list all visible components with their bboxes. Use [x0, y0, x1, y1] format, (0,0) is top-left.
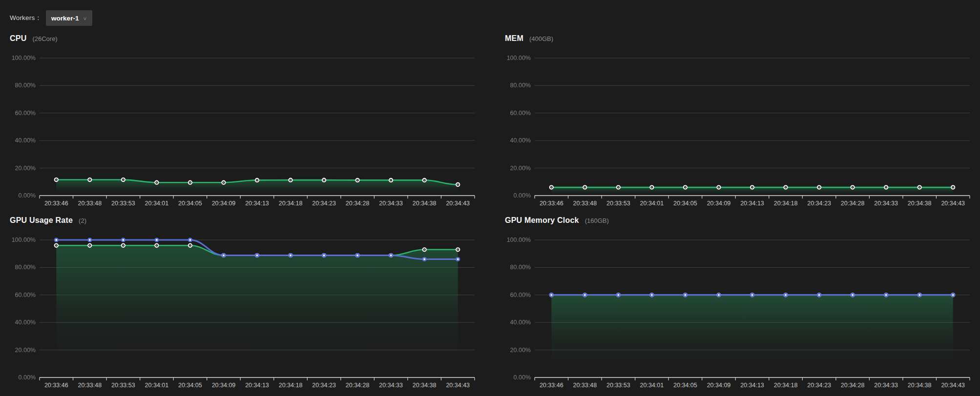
x-axis-label: 20:34:38	[908, 200, 932, 207]
x-axis-label: 20:33:53	[606, 200, 630, 207]
y-axis-label: 0.00%	[19, 192, 36, 199]
chart-gpu-usage-rate: GPU Usage Rate (2) 100.00%80.00%60.00%40…	[10, 216, 479, 393]
chart-mem-plot: 100.00%80.00%60.00%40.00%20.00%0.00%20:3…	[505, 49, 974, 211]
data-point-marker-cpu-usage	[389, 178, 393, 182]
y-axis-label: 80.00%	[15, 264, 36, 271]
data-point-marker-gpu-0	[154, 238, 159, 242]
x-axis-label: 20:34:09	[707, 382, 731, 389]
x-axis-label: 20:34:23	[312, 200, 336, 207]
y-axis-label: 60.00%	[15, 292, 36, 298]
data-point-marker-cpu-usage	[255, 178, 259, 182]
x-axis-label: 20:34:05	[673, 200, 697, 207]
x-axis-label: 20:34:23	[807, 382, 831, 389]
y-axis-label: 40.00%	[510, 319, 531, 326]
chart-title: MEM	[505, 34, 523, 43]
chart-cpu-header: CPU (26Core)	[10, 34, 479, 49]
y-axis-label: 100.00%	[507, 55, 531, 61]
y-axis-label: 20.00%	[15, 165, 36, 172]
x-axis-label: 20:34:28	[841, 382, 865, 389]
y-axis-label: 80.00%	[510, 264, 531, 271]
data-point-marker-mem-usage	[716, 185, 721, 189]
data-point-marker-mem-usage	[851, 185, 855, 189]
data-point-marker-mem-usage	[951, 185, 955, 189]
x-axis-label: 20:34:38	[413, 382, 437, 389]
y-axis-label: 20.00%	[510, 165, 531, 172]
chart-gpu-memory-clock: GPU Memory Clock (160GB) 100.00%80.00%60…	[505, 216, 974, 393]
chart-title: GPU Memory Clock	[505, 216, 579, 225]
x-axis-label: 20:34:13	[740, 200, 764, 207]
x-axis-label: 20:33:46	[540, 382, 563, 389]
y-axis-label: 80.00%	[15, 82, 36, 89]
chart-mem: MEM (400GB) 100.00%80.00%60.00%40.00%20.…	[505, 34, 974, 211]
data-point-marker-gpu-0	[683, 293, 688, 297]
x-axis-label: 20:33:48	[78, 382, 102, 389]
x-axis-label: 20:34:09	[707, 200, 731, 207]
x-axis-label: 20:33:53	[111, 200, 135, 207]
x-axis-label: 20:34:23	[312, 382, 336, 389]
data-point-marker-gpu-0	[188, 238, 192, 242]
y-axis-label: 0.00%	[514, 374, 531, 381]
y-axis-label: 100.00%	[12, 237, 36, 243]
data-point-marker-cpu-usage	[221, 180, 226, 185]
data-point-marker-gpu-0	[884, 293, 888, 297]
x-axis-label: 20:34:13	[245, 382, 269, 389]
data-point-marker-gpu-0	[121, 238, 125, 242]
chart-gpu-usage-rate-plot: 100.00%80.00%60.00%40.00%20.00%0.00%20:3…	[10, 231, 479, 393]
data-point-marker-gpu-0	[851, 293, 855, 297]
x-axis-label: 20:34:01	[640, 200, 664, 207]
x-axis-label: 20:34:28	[346, 200, 370, 207]
x-axis-label: 20:33:48	[573, 200, 597, 207]
y-axis-label: 100.00%	[507, 237, 531, 243]
y-axis-label: 60.00%	[510, 110, 531, 117]
x-axis-label: 20:34:33	[874, 200, 898, 207]
x-axis-label: 20:34:01	[640, 382, 664, 389]
chart-gpu-memory-clock-header: GPU Memory Clock (160GB)	[505, 216, 974, 231]
x-axis-label: 20:34:43	[941, 200, 965, 207]
workers-toolbar: Workers： worker-1 ∨	[10, 10, 92, 26]
data-point-marker-gpu-0	[389, 253, 393, 257]
data-point-marker-mem-usage	[616, 185, 621, 189]
x-axis-label: 20:34:09	[212, 382, 236, 389]
x-axis-label: 20:33:53	[111, 382, 135, 389]
x-axis-label: 20:34:28	[346, 382, 370, 389]
data-point-marker-gpu-1	[154, 243, 159, 248]
workers-dropdown[interactable]: worker-1 ∨	[46, 10, 92, 26]
x-axis-label: 20:33:46	[44, 382, 68, 389]
x-axis-label: 20:34:33	[379, 200, 403, 207]
data-point-marker-gpu-0	[750, 293, 754, 297]
x-axis-label: 20:34:13	[740, 382, 764, 389]
data-point-marker-cpu-usage	[456, 182, 460, 187]
data-point-marker-mem-usage	[549, 185, 554, 189]
x-axis-label: 20:34:43	[446, 200, 470, 207]
y-axis-label: 60.00%	[510, 292, 531, 298]
data-point-marker-gpu-1	[121, 243, 125, 248]
data-point-marker-mem-usage	[817, 185, 821, 189]
data-point-marker-gpu-0	[422, 257, 427, 261]
data-point-marker-cpu-usage	[87, 178, 92, 182]
y-axis-label: 40.00%	[15, 137, 36, 144]
y-axis-label: 100.00%	[12, 55, 36, 61]
x-axis-label: 20:34:05	[673, 382, 697, 389]
data-point-marker-mem-usage	[583, 185, 587, 189]
data-point-marker-gpu-1	[188, 243, 192, 248]
data-point-marker-gpu-0	[456, 257, 460, 261]
x-axis-label: 20:33:46	[540, 200, 563, 207]
data-point-marker-gpu-0	[221, 253, 226, 257]
x-axis-label: 20:34:13	[245, 200, 269, 207]
data-point-marker-cpu-usage	[288, 178, 292, 182]
x-axis-label: 20:34:18	[774, 382, 798, 389]
data-point-marker-mem-usage	[783, 185, 788, 189]
x-axis-label: 20:34:33	[874, 382, 898, 389]
x-axis-label: 20:34:43	[941, 382, 965, 389]
chart-gpu-memory-clock-plot: 100.00%80.00%60.00%40.00%20.00%0.00%20:3…	[505, 231, 974, 393]
data-point-marker-gpu-0	[355, 253, 360, 257]
data-point-marker-gpu-0	[54, 238, 59, 242]
y-axis-label: 20.00%	[510, 347, 531, 354]
data-point-marker-gpu-0	[288, 253, 292, 257]
chart-gpu-usage-rate-header: GPU Usage Rate (2)	[10, 216, 479, 231]
chart-subtitle: (2)	[79, 217, 86, 224]
data-point-marker-gpu-0	[649, 293, 654, 297]
y-axis-label: 0.00%	[19, 374, 36, 381]
x-axis-label: 20:34:05	[178, 200, 202, 207]
x-axis-label: 20:34:43	[446, 382, 470, 389]
